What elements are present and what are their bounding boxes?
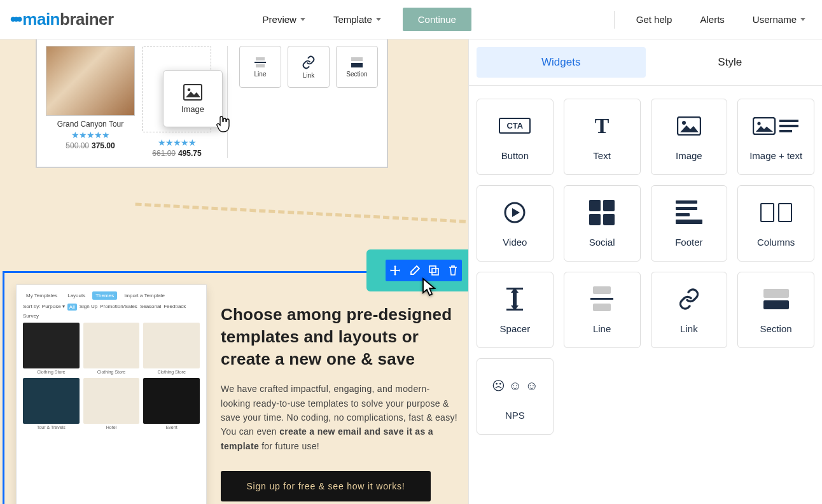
svg-point-12 [757, 122, 760, 125]
widget-section[interactable]: Section [737, 272, 814, 348]
link-icon [678, 286, 700, 312]
mini-widget-link[interactable]: Link [288, 46, 330, 88]
svg-rect-4 [256, 64, 265, 67]
image-icon [183, 84, 202, 101]
cta-icon: CTA [499, 113, 531, 139]
tab-widgets[interactable]: Widgets [477, 47, 646, 78]
svg-point-1 [188, 88, 191, 91]
edit-icon[interactable] [410, 265, 420, 276]
section-body: We have crafted impactful, engaging, and… [221, 382, 459, 453]
tab-style[interactable]: Style [646, 47, 815, 78]
pointer-cursor-icon [216, 115, 231, 133]
templates-preview-thumbnail: My Templates Layouts Themes Import a Tem… [16, 284, 207, 504]
widget-image[interactable]: Image [651, 99, 728, 175]
svg-rect-7 [429, 266, 436, 272]
get-help-link[interactable]: Get help [630, 10, 679, 29]
chevron-down-icon [376, 18, 381, 21]
widget-spacer[interactable]: Spacer [477, 272, 554, 348]
alerts-link[interactable]: Alerts [693, 10, 730, 29]
widget-columns[interactable]: Columns [737, 185, 814, 262]
template-dropdown[interactable]: Template [327, 10, 387, 29]
product-card-1: Grand Canyon Tour ★★★★★ 500.00375.00 [46, 46, 135, 158]
signup-cta-button[interactable]: Sign up for free & see how it works! [221, 471, 431, 501]
brand-logo: •••mainbrainer [10, 10, 114, 29]
link-icon [302, 55, 316, 69]
widget-button[interactable]: CTA Button [477, 99, 554, 175]
star-rating: ★★★★★ [143, 137, 211, 148]
widget-footer[interactable]: Footer [651, 185, 728, 262]
social-icon [589, 200, 615, 225]
widget-social[interactable]: Social [564, 185, 641, 262]
image-icon [677, 113, 701, 139]
drag-ghost-image-widget: Image [163, 70, 223, 127]
footer-icon [676, 200, 702, 225]
video-icon [503, 200, 526, 225]
star-rating: ★★★★★ [46, 130, 135, 140]
svg-rect-5 [351, 57, 363, 61]
widget-nps[interactable]: ☹ ☺ ☺ NPS [477, 358, 554, 435]
spacer-icon [504, 286, 526, 312]
svg-rect-13 [779, 120, 798, 122]
preview-dropdown[interactable]: Preview [256, 10, 312, 29]
delete-icon[interactable] [449, 265, 457, 276]
duplicate-icon[interactable] [429, 265, 439, 276]
username-dropdown[interactable]: Username [746, 10, 812, 29]
mini-widget-section[interactable]: Section [336, 46, 378, 88]
nps-icon: ☹ ☺ ☺ [492, 373, 538, 398]
product-title: Grand Canyon Tour [46, 120, 135, 129]
mini-widget-line[interactable]: Line [239, 46, 281, 88]
svg-rect-18 [506, 309, 523, 311]
svg-rect-0 [184, 85, 202, 100]
section-heading: Choose among pre-designed templates and … [221, 304, 459, 370]
section-icon [763, 286, 789, 312]
svg-rect-6 [351, 63, 363, 67]
widget-image-text[interactable]: Image + text [737, 99, 814, 175]
widget-video[interactable]: Video [477, 185, 554, 262]
widget-line[interactable]: Line [564, 272, 641, 348]
columns-icon [760, 200, 792, 225]
text-icon: T [595, 113, 610, 139]
move-icon[interactable] [390, 265, 400, 276]
line-icon [590, 286, 613, 312]
chevron-down-icon [800, 18, 805, 21]
drag-ghost-label: Image [181, 104, 204, 114]
right-sidebar: Widgets Style CTA Button T Text Image [468, 39, 822, 504]
editor-canvas[interactable]: Grand Canyon Tour ★★★★★ 500.00375.00 Ima… [0, 39, 468, 504]
product-image [46, 46, 135, 116]
svg-rect-17 [506, 288, 523, 290]
widget-link[interactable]: Link [651, 272, 728, 348]
svg-rect-15 [779, 130, 792, 132]
selected-section[interactable]: My Templates Layouts Themes Import a Tem… [3, 271, 468, 504]
svg-point-10 [682, 121, 686, 125]
image-text-icon [753, 113, 800, 139]
svg-rect-3 [254, 62, 266, 63]
canvas-panel-1: Grand Canyon Tour ★★★★★ 500.00375.00 Ima… [36, 39, 388, 168]
section-toolbar-highlight [366, 249, 468, 291]
svg-rect-8 [432, 269, 438, 275]
continue-button[interactable]: Continue [403, 8, 471, 31]
svg-rect-14 [779, 125, 798, 127]
section-icon [350, 57, 364, 68]
cursor-icon [421, 277, 438, 298]
app-header: •••mainbrainer Preview Template Continue… [0, 0, 822, 39]
widget-text[interactable]: T Text [564, 99, 641, 175]
chevron-down-icon [300, 18, 305, 21]
svg-rect-2 [256, 57, 265, 60]
svg-rect-11 [753, 118, 775, 134]
line-icon [253, 57, 267, 68]
